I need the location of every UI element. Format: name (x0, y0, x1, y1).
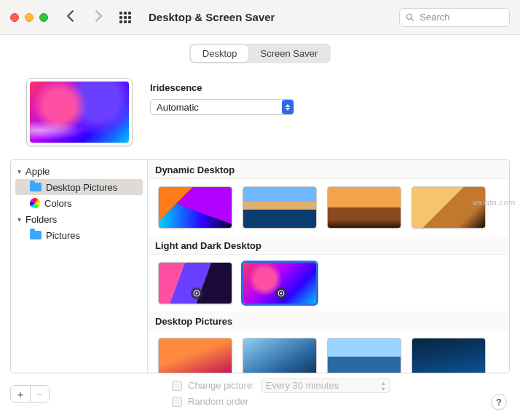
show-all-prefs-button[interactable] (119, 12, 131, 23)
folder-icon (30, 183, 42, 191)
random-order-label: Random order (188, 394, 248, 410)
change-picture-checkbox[interactable] (172, 381, 182, 391)
tab-screen-saver[interactable]: Screen Saver (248, 45, 329, 62)
sidebar-group-label: Folders (25, 214, 57, 225)
sidebar-item-label: Colors (44, 198, 72, 209)
wallpaper-image (30, 82, 129, 143)
folder-icon (30, 231, 42, 239)
appearance-mode-select[interactable]: Automatic (150, 99, 294, 115)
dynamic-badge-icon (275, 288, 287, 299)
appearance-mode-value: Automatic (157, 102, 199, 113)
main-panel: ▾ Apple Desktop Pictures Colors ▾ Folder… (10, 159, 510, 373)
add-folder-button[interactable]: + (11, 386, 30, 402)
remove-folder-button[interactable]: − (30, 386, 49, 402)
wallpaper-thumb[interactable] (327, 186, 401, 229)
sidebar-item-colors[interactable]: Colors (11, 195, 147, 211)
wallpaper-thumb[interactable] (243, 186, 317, 229)
section-title-dynamic: Dynamic Desktop (148, 160, 509, 179)
wallpaper-thumb[interactable] (243, 338, 317, 373)
window-controls (10, 13, 48, 22)
toolbar: Desktop & Screen Saver (0, 0, 520, 35)
close-window-button[interactable] (10, 13, 19, 22)
sidebar-item-label: Pictures (46, 230, 80, 241)
search-icon (406, 12, 414, 22)
footer: + − Change picture: Every 30 minutes ▴▾ … (0, 373, 520, 410)
updown-stepper-icon (282, 100, 294, 114)
help-button[interactable]: ? (491, 394, 507, 410)
sidebar-item-label: Desktop Pictures (46, 182, 117, 193)
wallpaper-thumb[interactable] (158, 186, 232, 229)
search-input[interactable] (418, 11, 503, 23)
source-sidebar: ▾ Apple Desktop Pictures Colors ▾ Folder… (11, 160, 148, 373)
forward-button[interactable] (94, 9, 103, 25)
minimize-window-button[interactable] (25, 13, 34, 22)
disclosure-triangle-icon[interactable]: ▾ (15, 215, 23, 223)
wallpaper-thumb[interactable] (158, 338, 232, 373)
sidebar-item-pictures[interactable]: Pictures (11, 227, 147, 243)
disclosure-triangle-icon[interactable]: ▾ (15, 167, 23, 175)
random-order-checkbox[interactable] (172, 397, 182, 407)
current-wallpaper-preview (26, 78, 133, 146)
window-title: Desktop & Screen Saver (149, 11, 275, 23)
preview-row: Iridescence Automatic (0, 63, 520, 154)
search-field[interactable] (399, 8, 510, 27)
svg-line-1 (411, 19, 414, 21)
tab-desktop[interactable]: Desktop (191, 45, 249, 62)
wallpaper-thumb[interactable] (411, 186, 486, 229)
svg-point-5 (280, 293, 283, 295)
section-title-desktop-pictures: Desktop Pictures (148, 312, 509, 330)
sidebar-item-desktop-pictures[interactable]: Desktop Pictures (15, 179, 143, 195)
change-interval-select[interactable]: Every 30 minutes ▴▾ (261, 379, 390, 393)
wallpaper-grid: Dynamic Desktop Light and Dark Desktop D… (148, 160, 509, 373)
sidebar-group-folders[interactable]: ▾ Folders (11, 211, 147, 227)
tab-bar: Desktop Screen Saver (0, 44, 520, 63)
sidebar-group-label: Apple (25, 166, 50, 177)
wallpaper-thumb[interactable] (327, 338, 401, 373)
color-wheel-icon (30, 198, 40, 208)
svg-point-3 (196, 293, 198, 295)
sidebar-group-apple[interactable]: ▾ Apple (11, 163, 147, 179)
section-title-light-dark: Light and Dark Desktop (148, 236, 509, 255)
wallpaper-thumb[interactable] (411, 338, 486, 373)
updown-stepper-icon: ▴▾ (382, 380, 385, 392)
wallpaper-thumb-selected[interactable] (243, 262, 317, 304)
zoom-window-button[interactable] (39, 13, 48, 22)
change-interval-value: Every 30 minutes (266, 378, 339, 394)
wallpaper-thumb[interactable] (158, 262, 232, 304)
dynamic-badge-icon (191, 288, 202, 299)
change-picture-label: Change picture: (188, 378, 255, 394)
back-button[interactable] (66, 9, 75, 25)
watermark: wsxdn.com (472, 198, 516, 207)
wallpaper-name: Iridescence (150, 82, 498, 93)
